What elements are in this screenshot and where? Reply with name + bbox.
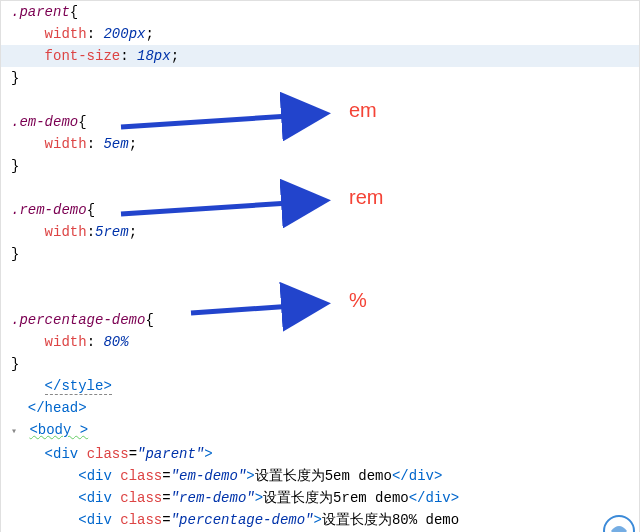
selector: .rem-demo	[11, 202, 87, 218]
tag-div: div	[87, 490, 112, 506]
code-line: .percentage-demo{	[1, 309, 639, 331]
label-pct: %	[349, 289, 367, 312]
code-line: <div class="parent">	[1, 443, 639, 465]
text-content: 设置长度为80% demo	[322, 512, 459, 528]
code-line	[1, 89, 639, 111]
css-value: 5rem	[95, 224, 129, 240]
label-rem: rem	[349, 186, 383, 209]
css-prop: width	[45, 224, 87, 240]
code-line-highlight: font-size: 18px;	[1, 45, 639, 67]
css-value: 5em	[103, 136, 128, 152]
code-line	[1, 287, 639, 309]
selector: .em-demo	[11, 114, 78, 130]
attr-value: "parent"	[137, 446, 204, 462]
attr-class: class	[120, 512, 162, 528]
css-prop: width	[45, 334, 87, 350]
code-line: }	[1, 155, 639, 177]
text-content: 设置长度为5em demo	[255, 468, 392, 484]
code-line: ▾ <body >	[1, 419, 639, 443]
attr-value: "em-demo"	[171, 468, 247, 484]
attr-class: class	[120, 468, 162, 484]
code-line: .em-demo{	[1, 111, 639, 133]
tag-div-close: </div>	[409, 490, 459, 506]
css-prop: width	[45, 136, 87, 152]
code-line: <div class="rem-demo">设置长度为5rem demo</di…	[1, 487, 639, 509]
code-line: width: 80%	[1, 331, 639, 353]
tag-div: div	[53, 446, 78, 462]
attr-value: "rem-demo"	[171, 490, 255, 506]
code-line	[1, 177, 639, 199]
text-content: 设置长度为5rem demo	[263, 490, 409, 506]
code-editor: .parent{ width: 200px; font-size: 18px; …	[0, 0, 640, 532]
label-em: em	[349, 99, 377, 122]
css-prop: width	[45, 26, 87, 42]
code-line: .rem-demo{	[1, 199, 639, 221]
css-value: 18px	[137, 48, 171, 64]
code-line: width:5rem;	[1, 221, 639, 243]
code-line: }	[1, 243, 639, 265]
code-line: .parent{	[1, 1, 639, 23]
code-line	[1, 265, 639, 287]
code-line: <div class="em-demo">设置长度为5em demo</div>	[1, 465, 639, 487]
watermark-icon	[599, 511, 639, 532]
attr-value: "percentage-demo"	[171, 512, 314, 528]
tag-div-close: </div>	[392, 468, 442, 484]
code-line: <div class="percentage-demo">设置长度为80% de…	[1, 509, 639, 531]
tag-body-open: <body >	[29, 422, 88, 438]
tag-head-close: </head>	[28, 400, 87, 416]
css-value: 200px	[103, 26, 145, 42]
selector: .percentage-demo	[11, 312, 145, 328]
code-line: }	[1, 353, 639, 375]
tag-style-close: </style>	[45, 378, 112, 395]
selector: .parent	[11, 4, 70, 20]
code-line: </style>	[1, 375, 639, 397]
tag-div: div	[87, 468, 112, 484]
code-line: width: 200px;	[1, 23, 639, 45]
css-prop: font-size	[45, 48, 121, 64]
tag-div: div	[87, 512, 112, 528]
code-line: </head>	[1, 397, 639, 419]
attr-class: class	[87, 446, 129, 462]
code-line: }	[1, 67, 639, 89]
fold-icon[interactable]: ▾	[11, 422, 21, 442]
css-value: 80%	[103, 334, 128, 350]
code-line: width: 5em;	[1, 133, 639, 155]
attr-class: class	[120, 490, 162, 506]
